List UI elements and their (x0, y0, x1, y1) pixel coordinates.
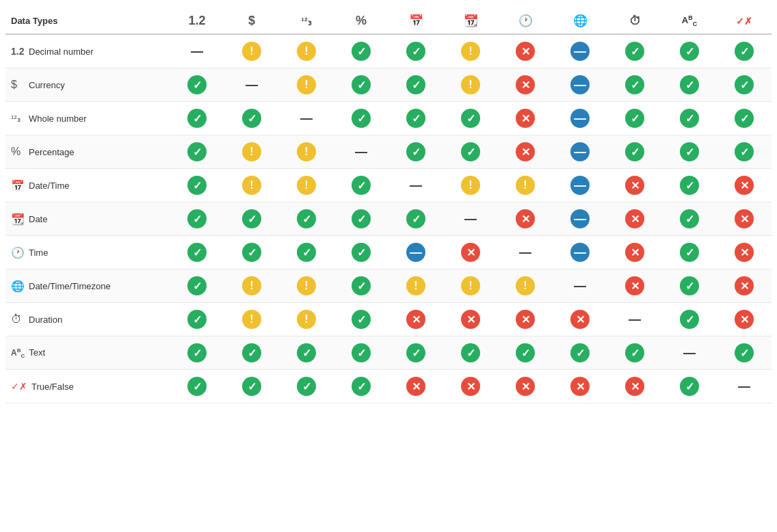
row-label-text: Duration (29, 315, 62, 325)
table-cell: ✓ (334, 34, 388, 68)
whole-header-icon: ¹²₃ (282, 16, 331, 27)
table-cell: ✓ (607, 336, 662, 370)
table-cell: ✕ (498, 202, 553, 236)
table-cell: — (662, 336, 717, 370)
table-cell: — (553, 202, 607, 236)
table-cell: ✓ (662, 169, 717, 202)
table-row: ¹²₃Whole number✓✓—✓✓✓✕—✓✓✓ (5, 102, 772, 135)
table-cell: — (717, 370, 772, 403)
table-cell: ! (224, 169, 279, 202)
table-cell: ✓ (717, 135, 772, 169)
table-cell: ✓ (224, 370, 279, 403)
header-currency: $ (224, 7, 279, 34)
table-cell: — (553, 236, 607, 269)
table-cell: ✓ (334, 202, 388, 236)
table-cell: ✓ (717, 102, 772, 135)
text-header-icon: ABC (665, 14, 714, 27)
table-cell: ✓ (662, 269, 717, 303)
row-label-text: Whole number (29, 114, 87, 124)
table-row: ABCText✓✓✓✓✓✓✓✓✓—✓ (5, 336, 772, 370)
table-cell: — (388, 169, 443, 202)
time-header-icon: 🕐 (501, 14, 550, 28)
table-cell: ✓ (170, 236, 224, 269)
table-cell: — (553, 34, 607, 68)
table-cell: ✓ (170, 102, 224, 135)
table-cell: ✓ (224, 336, 279, 370)
row-icon: ABC (11, 347, 25, 359)
table-cell: ✕ (443, 370, 498, 403)
table-cell: ✓ (334, 169, 388, 202)
table-cell: ✓ (443, 336, 498, 370)
row-label-cell: 🕐Time (5, 236, 170, 269)
table-cell: ✓ (170, 68, 224, 102)
table-cell: ✓ (279, 336, 334, 370)
table-cell: — (553, 102, 607, 135)
bool-header-icon: ✓✗ (720, 16, 769, 27)
table-cell: ✓ (662, 370, 717, 403)
table-cell: ✕ (607, 370, 662, 403)
table-cell: ✓ (443, 102, 498, 135)
table-cell: ✓ (388, 135, 443, 169)
table-cell: ✓ (607, 68, 662, 102)
tz-header-icon: 🌐 (555, 14, 605, 28)
table-cell: ✓ (170, 135, 224, 169)
table-cell: ✓ (388, 202, 443, 236)
table-cell: ✓ (224, 236, 279, 269)
table-cell: — (443, 202, 498, 236)
table-cell: ✕ (607, 236, 662, 269)
table-cell: — (553, 135, 607, 169)
table-cell: ✓ (334, 336, 388, 370)
duration-header-icon: ⏱ (610, 14, 659, 28)
table-cell: ✓ (334, 269, 388, 303)
table-cell: ✕ (498, 102, 553, 135)
table-cell: ✓ (279, 236, 334, 269)
row-label-cell: %Percentage (5, 135, 170, 169)
header-whole: ¹²₃ (279, 7, 334, 34)
row-label-cell: 📆Date (5, 202, 170, 236)
table-cell: ✓ (607, 135, 662, 169)
table-row: 🕐Time✓✓✓✓—✕——✕✓✕ (5, 236, 772, 269)
date-header-icon: 📆 (446, 14, 495, 28)
table-cell: — (553, 269, 607, 303)
row-label-text: Decimal number (29, 46, 94, 57)
table-cell: — (224, 68, 279, 102)
decimal-header-icon: 1.2 (172, 14, 222, 28)
table-cell: ✓ (388, 102, 443, 135)
table-cell: — (170, 34, 224, 68)
table-cell: ✕ (443, 236, 498, 269)
table-cell: ! (279, 269, 334, 303)
table-cell: ✕ (498, 303, 553, 336)
row-label-cell: 🌐Date/Time/Timezone (5, 269, 170, 303)
table-cell: ! (443, 68, 498, 102)
header-datetime: 📅 (388, 7, 443, 34)
table-cell: — (334, 135, 388, 169)
header-duration: ⏱ (607, 7, 662, 34)
table-cell: ✓ (279, 370, 334, 403)
table-cell: ✕ (498, 135, 553, 169)
table-cell: ✕ (498, 34, 553, 68)
row-icon: 🌐 (11, 280, 25, 293)
header-bool: ✓✗ (717, 7, 772, 34)
table-cell: ✕ (717, 269, 772, 303)
header-time: 🕐 (498, 7, 553, 34)
table-row: ⏱Duration✓!!✓✕✕✕✕—✓✕ (5, 303, 772, 336)
table-cell: ! (443, 34, 498, 68)
row-label-cell: $Currency (5, 68, 170, 102)
row-label-cell: ¹²₃Whole number (5, 102, 170, 135)
table-cell: ✕ (607, 169, 662, 202)
table-cell: ✓ (334, 303, 388, 336)
row-icon: 📆 (11, 213, 25, 226)
table-cell: ! (279, 135, 334, 169)
row-icon: $ (11, 79, 25, 91)
table-cell: ✓ (717, 68, 772, 102)
row-icon: % (11, 146, 25, 158)
row-label-text: Text (29, 347, 45, 358)
table-cell: ! (443, 169, 498, 202)
table-cell: ✓ (662, 202, 717, 236)
table-cell: ✓ (334, 102, 388, 135)
table-cell: ✓ (279, 202, 334, 236)
table-cell: ! (279, 68, 334, 102)
table-cell: ✓ (498, 336, 553, 370)
row-label-text: Date/Time/Timezone (29, 281, 111, 291)
table-cell: ✓ (662, 303, 717, 336)
